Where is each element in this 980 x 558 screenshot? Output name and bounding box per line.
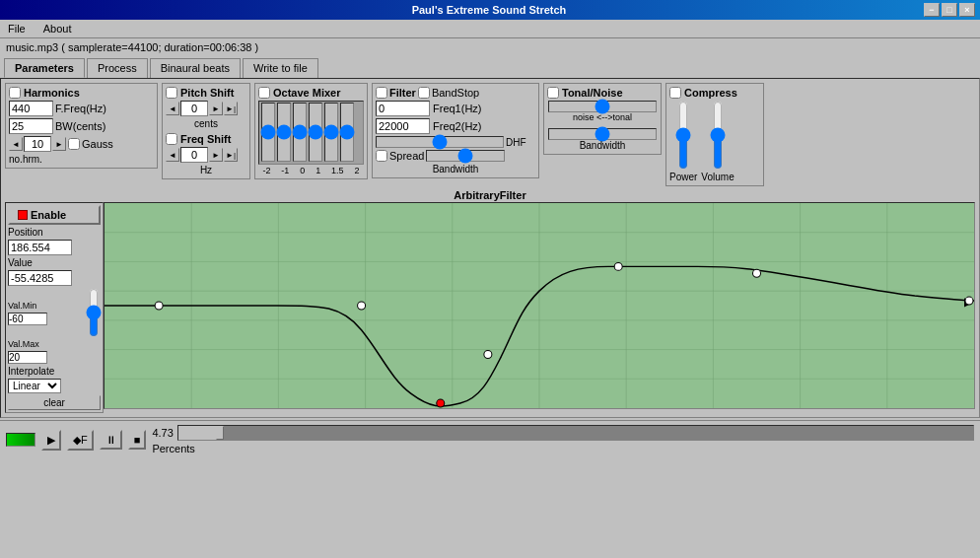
pitch-val: 0: [180, 101, 208, 116]
detune-right-btn[interactable]: ►: [52, 137, 66, 151]
position-input[interactable]: [8, 240, 72, 255]
pitch-left-btn[interactable]: ◄: [166, 102, 179, 115]
dhf-label: DHF: [506, 137, 526, 148]
value-label-text: Value: [8, 257, 101, 268]
oct-label-15: 1.5: [331, 166, 344, 175]
bw-cents-input[interactable]: [9, 118, 53, 134]
freq-hz-input[interactable]: [9, 101, 53, 116]
maximize-button[interactable]: □: [942, 3, 957, 17]
harmonics-checkbox[interactable]: [9, 87, 21, 99]
tab-process[interactable]: Process: [87, 58, 148, 78]
cents-label: cents: [166, 118, 246, 129]
val-range-slider[interactable]: [87, 288, 101, 337]
hz-label: Hz: [166, 165, 246, 175]
cp5[interactable]: [752, 269, 760, 277]
bandwidth-slider[interactable]: [548, 128, 657, 140]
fshift-left-btn[interactable]: ◄: [166, 148, 179, 162]
value-input[interactable]: [8, 270, 72, 286]
detune-val: 10: [24, 136, 51, 152]
filter-title: Filter: [389, 87, 416, 99]
percent-value: 4.73: [152, 427, 173, 439]
cp1[interactable]: [155, 302, 163, 310]
fshift-right-btn[interactable]: ►: [209, 148, 223, 162]
cp6[interactable]: [965, 297, 973, 305]
interpolate-select[interactable]: Linear Cosine Cubic: [8, 379, 61, 393]
tonal-title: Tonal/Noise: [562, 87, 623, 99]
bw-label: BW(cents): [55, 120, 105, 132]
fshift-val: 0: [180, 147, 208, 163]
compress-volume-label: Volume: [701, 172, 734, 182]
play-button[interactable]: ▶: [41, 430, 61, 451]
minimize-button[interactable]: −: [924, 3, 940, 17]
about-menu[interactable]: About: [39, 22, 76, 35]
oct-slider-1[interactable]: [309, 103, 322, 162]
freq-shift-title: Freq Shift: [180, 133, 231, 145]
oct-slider-2[interactable]: [340, 103, 354, 162]
bandstop-checkbox[interactable]: [418, 87, 430, 99]
detune-left-btn[interactable]: ◄: [9, 137, 23, 151]
freq1-input[interactable]: [376, 101, 430, 116]
compress-panel: Compress Power Volume: [665, 83, 764, 186]
fshift-right2-btn[interactable]: ►|: [224, 148, 238, 162]
tab-binaural[interactable]: Binaural beats: [150, 58, 241, 78]
spread-label: Spread: [389, 150, 424, 162]
forward-icon: ◆F: [73, 434, 88, 447]
dhf-slider[interactable]: [376, 136, 504, 148]
filter-checkbox[interactable]: [376, 87, 387, 99]
percents-label: Percents: [152, 443, 974, 454]
close-button[interactable]: ×: [959, 3, 975, 17]
enable-label: Enable: [31, 209, 66, 221]
gauss-checkbox[interactable]: [68, 138, 80, 150]
val-max-label: Val.Max: [8, 339, 101, 349]
oct-slider-15[interactable]: [324, 103, 338, 162]
cp-active[interactable]: [437, 399, 445, 407]
bandwidth-label: Bandwidth: [580, 140, 626, 151]
oct-label-m1: -1: [281, 166, 289, 175]
filter-bandwidth-label: Bandwidth: [376, 164, 535, 174]
tab-write-to-file[interactable]: Write to file: [243, 58, 318, 78]
progress-area: 4.73 Percents: [152, 425, 974, 454]
window-title: Paul's Extreme Sound Stretch: [54, 4, 924, 16]
tonal-checkbox[interactable]: [547, 87, 559, 99]
spread-slider[interactable]: [426, 150, 505, 162]
tonal-slider[interactable]: [548, 101, 657, 112]
cp3[interactable]: [484, 351, 492, 359]
oct-slider-m2[interactable]: [261, 103, 275, 162]
freq-shift-checkbox[interactable]: [166, 133, 177, 145]
bandstop-label: BandStop: [432, 87, 479, 99]
pause-icon: ⏸: [105, 434, 116, 446]
noise-tonal-label: noise <-->tonal: [573, 112, 632, 122]
position-label-text: Position: [8, 227, 101, 238]
val-min-input[interactable]: [8, 313, 47, 325]
tab-bar: Parameters Process Binaural beats Write …: [0, 56, 980, 78]
cp4[interactable]: [614, 262, 622, 270]
compress-power-slider[interactable]: [676, 101, 690, 170]
enable-button[interactable]: Enable: [8, 205, 101, 225]
file-info: music.mp3 ( samplerate=44100; duration=0…: [0, 38, 980, 56]
forward-button[interactable]: ◆F: [67, 430, 94, 451]
clear-button[interactable]: clear: [8, 395, 101, 410]
oct-slider-m1[interactable]: [277, 103, 291, 162]
pitch-shift-checkbox[interactable]: [166, 87, 177, 99]
graph-area[interactable]: ▶: [104, 202, 975, 409]
params-row: Harmonics F.Freq(Hz) BW(cents) ◄ 10 ► Ga…: [5, 83, 975, 186]
freq2-input[interactable]: [376, 118, 430, 134]
compress-volume-slider[interactable]: [711, 101, 725, 170]
file-menu[interactable]: File: [4, 22, 30, 35]
spread-checkbox[interactable]: [376, 150, 387, 162]
pitch-right-btn[interactable]: ►: [209, 102, 223, 115]
freq2-label: Freq2(Hz): [433, 120, 482, 132]
main-content: Harmonics F.Freq(Hz) BW(cents) ◄ 10 ► Ga…: [0, 78, 980, 418]
octave-mixer-checkbox[interactable]: [258, 87, 270, 99]
pitch-right2-btn[interactable]: ►|: [224, 102, 238, 115]
val-max-input[interactable]: [8, 351, 47, 364]
oct-slider-0[interactable]: [293, 103, 307, 162]
stop-button[interactable]: ■: [128, 430, 147, 450]
compress-checkbox[interactable]: [669, 87, 681, 99]
tab-parameters[interactable]: Parameters: [4, 58, 85, 78]
cp2[interactable]: [358, 302, 366, 310]
pause-button[interactable]: ⏸: [100, 430, 122, 450]
octave-mixer-panel: Octave Mixer -2 -1 0 1 1.5 2: [254, 83, 368, 179]
graph-svg[interactable]: ▶: [105, 203, 974, 408]
graph-left-panel: Enable Position Value Val.Min Val.Max: [5, 202, 104, 413]
